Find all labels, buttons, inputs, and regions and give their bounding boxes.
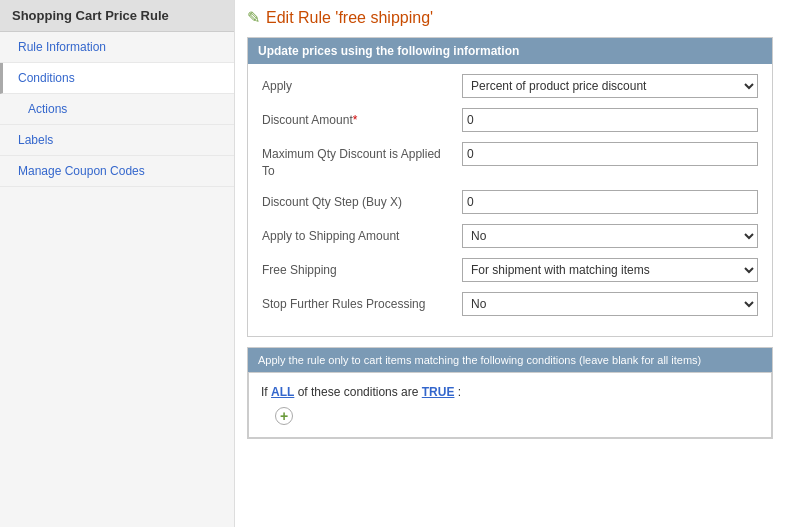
sidebar-item-conditions[interactable]: Conditions bbox=[0, 63, 234, 94]
apply-to-shipping-control: No Yes bbox=[462, 224, 758, 248]
discount-amount-row: Discount Amount* bbox=[262, 108, 758, 132]
update-prices-body: Apply Percent of product price discount … bbox=[248, 64, 772, 336]
condition-prefix: If bbox=[261, 385, 268, 399]
max-qty-label: Maximum Qty Discount is Applied To bbox=[262, 142, 462, 180]
free-shipping-select[interactable]: No For matching items only For shipment … bbox=[462, 258, 758, 282]
condition-text: If ALL of these conditions are TRUE : bbox=[261, 385, 759, 399]
sidebar: Shopping Cart Price Rule Rule Informatio… bbox=[0, 0, 235, 527]
apply-select[interactable]: Percent of product price discount Fixed … bbox=[462, 74, 758, 98]
all-link[interactable]: ALL bbox=[271, 385, 294, 399]
discount-amount-control bbox=[462, 108, 758, 132]
discount-qty-step-label: Discount Qty Step (Buy X) bbox=[262, 195, 462, 209]
sidebar-item-actions[interactable]: Actions bbox=[0, 94, 234, 125]
sidebar-title: Shopping Cart Price Rule bbox=[0, 0, 234, 32]
apply-to-shipping-select[interactable]: No Yes bbox=[462, 224, 758, 248]
edit-icon: ✎ bbox=[247, 8, 260, 27]
discount-qty-step-control bbox=[462, 190, 758, 214]
discount-amount-input[interactable] bbox=[462, 108, 758, 132]
page-title: Edit Rule 'free shipping' bbox=[266, 9, 433, 27]
stop-further-rules-row: Stop Further Rules Processing No Yes bbox=[262, 292, 758, 316]
stop-further-rules-label: Stop Further Rules Processing bbox=[262, 297, 462, 311]
apply-control: Percent of product price discount Fixed … bbox=[462, 74, 758, 98]
sidebar-item-rule-information[interactable]: Rule Information bbox=[0, 32, 234, 63]
update-prices-header: Update prices using the following inform… bbox=[248, 38, 772, 64]
discount-amount-label: Discount Amount* bbox=[262, 113, 462, 127]
max-qty-control bbox=[462, 142, 758, 166]
update-prices-section: Update prices using the following inform… bbox=[247, 37, 773, 337]
conditions-section: Apply the rule only to cart items matchi… bbox=[247, 347, 773, 439]
apply-to-shipping-label: Apply to Shipping Amount bbox=[262, 229, 462, 243]
discount-qty-step-input[interactable] bbox=[462, 190, 758, 214]
apply-label: Apply bbox=[262, 79, 462, 93]
add-condition-row: + bbox=[261, 407, 759, 425]
sidebar-item-manage-coupon-codes[interactable]: Manage Coupon Codes bbox=[0, 156, 234, 187]
free-shipping-label: Free Shipping bbox=[262, 263, 462, 277]
discount-qty-step-row: Discount Qty Step (Buy X) bbox=[262, 190, 758, 214]
apply-to-shipping-row: Apply to Shipping Amount No Yes bbox=[262, 224, 758, 248]
free-shipping-control: No For matching items only For shipment … bbox=[462, 258, 758, 282]
stop-further-rules-control: No Yes bbox=[462, 292, 758, 316]
max-qty-input[interactable] bbox=[462, 142, 758, 166]
sidebar-item-labels[interactable]: Labels bbox=[0, 125, 234, 156]
condition-middle: of these conditions are bbox=[298, 385, 422, 399]
apply-row: Apply Percent of product price discount … bbox=[262, 74, 758, 98]
conditions-body: If ALL of these conditions are TRUE : + bbox=[248, 372, 772, 438]
main-content: ✎ Edit Rule 'free shipping' Update price… bbox=[235, 0, 785, 527]
condition-suffix: : bbox=[458, 385, 461, 399]
stop-further-rules-select[interactable]: No Yes bbox=[462, 292, 758, 316]
max-qty-row: Maximum Qty Discount is Applied To bbox=[262, 142, 758, 180]
page-title-container: ✎ Edit Rule 'free shipping' bbox=[247, 8, 773, 27]
free-shipping-row: Free Shipping No For matching items only… bbox=[262, 258, 758, 282]
true-link[interactable]: TRUE bbox=[422, 385, 455, 399]
add-condition-button[interactable]: + bbox=[275, 407, 293, 425]
conditions-header: Apply the rule only to cart items matchi… bbox=[248, 348, 772, 372]
